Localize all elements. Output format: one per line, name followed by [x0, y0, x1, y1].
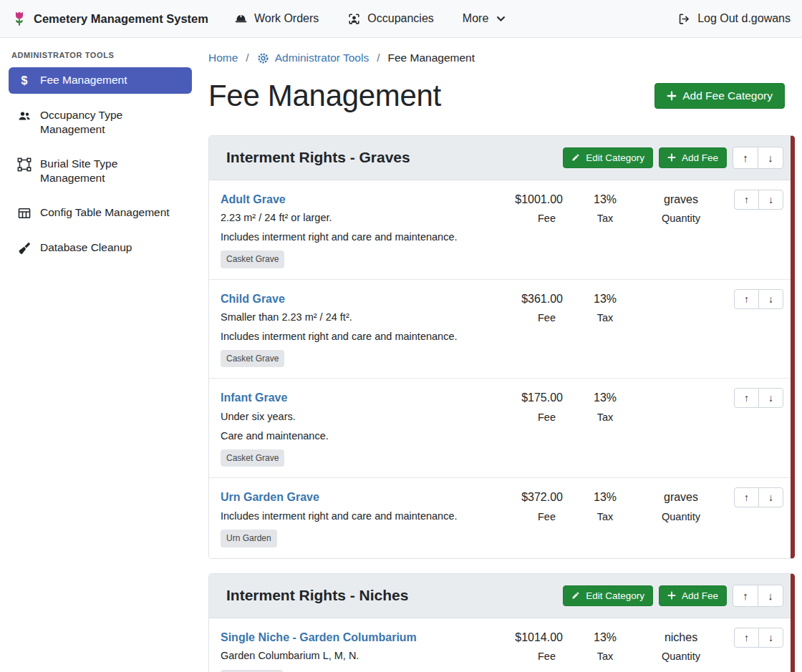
fee-move-down-button[interactable]: ↓ — [758, 190, 783, 210]
fee-quantity-label: Quantity — [642, 510, 720, 525]
fee-tax-column: 13% Tax — [580, 628, 630, 664]
category-move-up-button[interactable]: ↑ — [733, 147, 758, 169]
breadcrumb-admin-tools-link[interactable]: Administrator Tools — [257, 51, 369, 66]
sidebar-item-occupancy-type[interactable]: Occupancy Type Management — [9, 102, 192, 142]
fee-move-down-button[interactable]: ↓ — [758, 628, 783, 648]
arrow-up-icon: ↑ — [744, 293, 749, 305]
sidebar-item-label: Occupancy Type Management — [40, 108, 183, 137]
category-move-up-button[interactable]: ↑ — [733, 585, 758, 607]
app-brand[interactable]: Cemetery Management System — [11, 10, 208, 27]
fee-details: Adult Grave 2.23 m² / 24 ft² or larger. … — [221, 190, 493, 268]
fee-description: Includes interment right and care and ma… — [221, 330, 493, 344]
sidebar-item-fee-management[interactable]: $ Fee Management — [9, 67, 192, 94]
arrow-up-icon: ↑ — [744, 194, 749, 205]
breadcrumb-home-link[interactable]: Home — [208, 51, 238, 66]
fee-quantity: niches — [642, 630, 720, 646]
fee-amount: $361.00 — [504, 291, 563, 307]
fee-move-up-button[interactable]: ↑ — [734, 289, 759, 309]
arrow-down-icon: ↓ — [768, 152, 773, 164]
fee-name-link[interactable]: Child Grave — [221, 291, 285, 307]
breadcrumb: Home / Administrator Tools / Fee Managem… — [208, 51, 795, 66]
fee-description: Smaller than 2.23 m² / 24 ft². — [221, 311, 493, 325]
edit-category-label: Edit Category — [586, 590, 644, 601]
edit-category-button[interactable]: Edit Category — [563, 147, 653, 168]
fee-details: Child Grave Smaller than 2.23 m² / 24 ft… — [221, 289, 493, 368]
vector-square-icon — [17, 157, 32, 172]
fee-details: Urn Garden Grave Includes interment righ… — [221, 487, 493, 547]
fee-tax: 13% — [580, 192, 630, 208]
add-fee-label: Add Fee — [682, 152, 718, 163]
category-actions: Edit Category Add Fee ↑ ↓ — [563, 147, 783, 169]
main-content: Home / Administrator Tools / Fee Managem… — [200, 38, 802, 672]
broom-icon — [17, 241, 32, 255]
fee-name-link[interactable]: Adult Grave — [221, 192, 286, 208]
fee-tax-label: Tax — [580, 510, 630, 525]
fee-reorder-buttons: ↑ ↓ — [734, 487, 783, 507]
fee-description: Under six years. — [221, 410, 493, 424]
fee-move-down-button[interactable]: ↓ — [758, 289, 783, 309]
fee-description: Garden Columbarium L, M, N. — [221, 649, 493, 663]
sidebar-item-database-cleanup[interactable]: Database Cleanup — [9, 235, 192, 261]
sidebar-item-label: Burial Site Type Management — [40, 157, 183, 185]
sidebar-item-config-table[interactable]: Config Table Management — [9, 200, 192, 226]
breadcrumb-current: Fee Management — [388, 51, 475, 66]
arrow-down-icon: ↓ — [768, 194, 773, 205]
pencil-icon — [571, 153, 580, 162]
fee-quantity: graves — [642, 490, 720, 505]
fee-amount-label: Fee — [504, 411, 563, 425]
fee-type-badge: Casket Grave — [221, 350, 284, 367]
logout-button[interactable]: Log Out d.gowans — [677, 11, 791, 26]
category-header: Interment Rights - Graves Edit Category — [209, 136, 791, 180]
category-move-down-button[interactable]: ↓ — [758, 585, 783, 607]
fee-amount: $175.00 — [504, 390, 563, 406]
sidebar-item-label: Config Table Management — [40, 205, 170, 220]
fee-description: Includes interment right and care and ma… — [221, 230, 493, 245]
fee-move-up-button[interactable]: ↑ — [734, 487, 759, 507]
add-fee-button[interactable]: Add Fee — [659, 147, 727, 168]
fee-quantity-column: graves Quantity — [642, 190, 720, 226]
add-fee-category-button[interactable]: Add Fee Category — [654, 83, 785, 109]
tulip-logo-icon — [11, 10, 27, 27]
arrow-up-icon: ↑ — [744, 492, 749, 503]
nav-more[interactable]: More — [463, 11, 506, 26]
arrow-down-icon: ↓ — [768, 392, 773, 404]
fee-name-link[interactable]: Urn Garden Grave — [221, 490, 319, 505]
sidebar-item-burial-site-type[interactable]: Burial Site Type Management — [9, 151, 192, 191]
title-row: Fee Management Add Fee Category — [208, 76, 795, 117]
arrow-down-icon: ↓ — [768, 492, 773, 503]
fee-row: Infant Grave Under six years. Care and m… — [209, 379, 791, 478]
plus-icon — [667, 153, 676, 162]
nav-more-label: More — [463, 11, 488, 26]
fee-tax: 13% — [580, 630, 630, 646]
add-fee-button[interactable]: Add Fee — [659, 585, 727, 606]
fee-quantity-label: Quantity — [642, 212, 720, 226]
fee-name-link[interactable]: Infant Grave — [221, 390, 287, 406]
fee-tax-column: 13% Tax — [580, 487, 630, 524]
arrow-down-icon: ↓ — [768, 590, 773, 602]
fee-move-down-button[interactable]: ↓ — [758, 388, 783, 408]
fee-move-up-button[interactable]: ↑ — [734, 388, 759, 408]
arrow-up-icon: ↑ — [744, 392, 749, 404]
arrow-down-icon: ↓ — [768, 293, 773, 305]
fee-name-link[interactable]: Single Niche - Garden Columbarium — [221, 630, 417, 646]
breadcrumb-separator: / — [246, 51, 248, 66]
nav-occupancies-label: Occupancies — [367, 11, 434, 26]
fee-move-down-button[interactable]: ↓ — [758, 487, 783, 507]
top-navbar: Cemetery Management System Work Orders — [0, 0, 802, 38]
nav-work-orders-label: Work Orders — [254, 11, 319, 26]
fee-tax-column: 13% Tax — [580, 289, 630, 326]
edit-category-button[interactable]: Edit Category — [563, 585, 653, 606]
category-move-down-button[interactable]: ↓ — [758, 147, 783, 169]
logout-label: Log Out d.gowans — [697, 11, 791, 26]
nav-occupancies[interactable]: Occupancies — [347, 11, 434, 26]
fee-move-up-button[interactable]: ↑ — [734, 190, 759, 210]
category-reorder-buttons: ↑ ↓ — [733, 585, 783, 607]
nav-work-orders[interactable]: Work Orders — [234, 11, 319, 26]
breadcrumb-admin-tools-label: Administrator Tools — [275, 51, 369, 66]
arrow-up-icon: ↑ — [743, 590, 748, 602]
fee-move-up-button[interactable]: ↑ — [734, 628, 759, 648]
fee-tax-label: Tax — [580, 311, 630, 326]
arrow-up-icon: ↑ — [743, 152, 748, 164]
sidebar: Administrator Tools $ Fee Management Occ… — [0, 38, 200, 672]
fee-description: 2.23 m² / 24 ft² or larger. — [221, 211, 493, 225]
